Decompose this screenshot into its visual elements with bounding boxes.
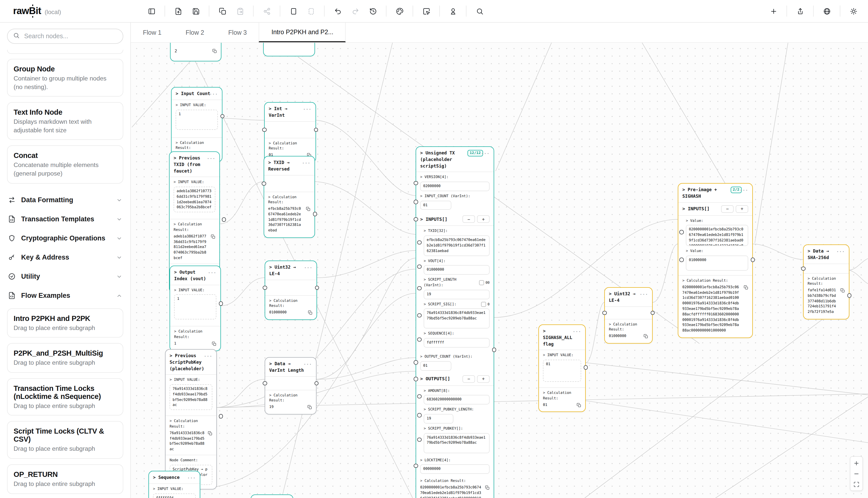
node-clipped-top-left[interactable]: 2: [170, 43, 221, 61]
node-menu-button[interactable]: ...: [573, 327, 581, 334]
output-port[interactable]: [220, 114, 224, 118]
field-input[interactable]: 19: [424, 414, 453, 423]
field-input[interactable]: 76a914333d1836c8f4db933eae179bd5bf5ec920…: [170, 384, 212, 410]
node-data-sha256d[interactable]: > Data → SHA-256d...> Calculation Result…: [803, 245, 850, 319]
remove-item-button[interactable]: −: [463, 215, 475, 223]
flow-canvas[interactable]: 2> Input Count...> INPUT VALUE:1> Calcul…: [131, 43, 868, 498]
sun-button[interactable]: [847, 4, 860, 17]
user-location-button[interactable]: [446, 4, 459, 17]
output-port[interactable]: [313, 212, 317, 216]
copy-button[interactable]: [485, 485, 490, 490]
card-p2pk-p2sh-multisig[interactable]: P2PK_and_P2SH_MultiSig Drag to place ent…: [7, 343, 123, 372]
remove-item-button[interactable]: −: [721, 205, 734, 212]
card-op-return[interactable]: OP_RETURN Drag to place entire subgraph: [7, 464, 123, 494]
copy-button[interactable]: [306, 207, 310, 211]
node-menu-button[interactable]: ...: [302, 159, 310, 165]
zoom-out-button[interactable]: [851, 468, 862, 479]
node-menu-button[interactable]: ...: [204, 352, 212, 358]
search-input[interactable]: [23, 32, 117, 40]
output-port[interactable]: [751, 258, 755, 262]
field-input[interactable]: 6836020000000000: [424, 395, 490, 405]
input-port[interactable]: [417, 437, 422, 442]
output-port[interactable]: [219, 414, 223, 418]
copy-button[interactable]: [212, 49, 217, 53]
node-output-index[interactable]: > Output Index (vout)...> INPUT VALUE:1>…: [170, 266, 221, 351]
copy-button[interactable]: [212, 342, 216, 346]
field-input[interactable]: 01: [420, 361, 451, 371]
input-port[interactable]: [679, 230, 684, 234]
card-intro-p2pkh-p2pk[interactable]: Intro P2PKH and P2PK Drag to place entir…: [7, 308, 123, 338]
frame-button[interactable]: [287, 4, 300, 17]
add-item-button[interactable]: +: [477, 375, 490, 382]
field-input[interactable]: 01: [420, 200, 451, 210]
output-port[interactable]: [583, 365, 588, 369]
input-port[interactable]: [414, 217, 418, 222]
copy-button[interactable]: [744, 285, 748, 290]
add-item-button[interactable]: +: [477, 215, 490, 223]
node-menu-button[interactable]: ...: [304, 264, 312, 270]
node-menu-button[interactable]: ...: [303, 360, 312, 366]
node-input-count[interactable]: > Input Count...> INPUT VALUE:1> Calcula…: [171, 87, 222, 162]
field-input[interactable]: 01000000: [424, 265, 490, 275]
tab-intro-p2pkh[interactable]: Intro P2PKH and P2...: [259, 23, 346, 42]
copy-button[interactable]: [208, 431, 212, 436]
card-concat[interactable]: Concat Concatenate multiple elements (ge…: [7, 146, 123, 183]
sidebar-item-key-address[interactable]: Key & Address: [3, 248, 127, 267]
card-text-info-node[interactable]: Text Info Node Displays markdown text wi…: [7, 102, 123, 140]
copy-button[interactable]: [308, 405, 312, 409]
copy-button[interactable]: [576, 403, 581, 407]
node-clipped-top-mid[interactable]: [263, 43, 315, 56]
input-port[interactable]: [417, 337, 422, 342]
field-input[interactable]: 01: [543, 360, 581, 382]
node-prev-scriptpubkey[interactable]: > Previous ScriptPubKey (placeholder)...…: [165, 349, 217, 489]
tab-flow-2[interactable]: Flow 2: [173, 23, 216, 42]
node-menu-button[interactable]: ...: [187, 474, 196, 480]
node-clipped-bottom-mid[interactable]: [250, 495, 293, 498]
sidebar-item-cryptographic-operations[interactable]: Cryptographic Operations: [3, 228, 127, 248]
node-sequence[interactable]: > Sequence...> INPUT VALUE:fffffffd: [148, 471, 200, 498]
field-input[interactable]: 00000000: [420, 464, 490, 474]
output-port[interactable]: [492, 348, 496, 352]
input-port[interactable]: [263, 286, 267, 290]
input-port[interactable]: [417, 286, 422, 290]
node-menu-button[interactable]: ...: [209, 90, 218, 96]
panel-left-button[interactable]: [145, 4, 158, 17]
history-button[interactable]: [366, 4, 379, 17]
node-unsigned-tx[interactable]: > Unsigned TX (placeholder scriptSig)12/…: [416, 146, 494, 498]
zoom-in-button[interactable]: [851, 458, 862, 468]
node-menu-button[interactable]: ...: [208, 268, 216, 275]
search-button[interactable]: [473, 4, 486, 17]
share-button[interactable]: [260, 4, 273, 17]
palette-button[interactable]: [393, 4, 406, 17]
node-uint32-le4[interactable]: > Uint32 → LE-4...> Calculation Result:0…: [265, 261, 317, 320]
field-input[interactable]: 02000000: [420, 182, 490, 191]
output-port[interactable]: [219, 302, 223, 306]
node-menu-button[interactable]: ...: [481, 149, 490, 156]
node-menu-button[interactable]: ...: [639, 290, 648, 297]
output-port[interactable]: [847, 293, 851, 298]
field-input[interactable]: 1: [174, 294, 216, 320]
frame-dashed-button[interactable]: [305, 4, 318, 17]
input-port[interactable]: [417, 240, 422, 245]
field-input[interactable]: 19: [424, 290, 490, 299]
sidebar-item-utility[interactable]: Utility: [3, 267, 127, 286]
field-input[interactable]: adeb1a3862f107736dd31c9fb179f9811d2eebed…: [173, 187, 215, 212]
tab-flow-1[interactable]: Flow 1: [131, 23, 173, 42]
field-input[interactable]: 1: [176, 109, 218, 130]
sidebar-item-transaction-templates[interactable]: Transaction Templates: [3, 210, 127, 228]
input-port[interactable]: [679, 258, 684, 262]
fit-view-button[interactable]: [851, 479, 862, 489]
remove-item-button[interactable]: −: [463, 375, 475, 382]
undo-button[interactable]: [331, 4, 344, 17]
clipboard-paste-button[interactable]: [233, 4, 247, 17]
save-button[interactable]: [189, 4, 202, 17]
copy-button[interactable]: [211, 234, 215, 239]
card-script-time-locks[interactable]: Script Time Locks (CLTV & CSV) Drag to p…: [7, 421, 123, 459]
file-import-button[interactable]: [172, 4, 185, 17]
field-input[interactable]: 0200000001efbcb8a25b793c067470ea61edeb2e…: [686, 225, 748, 246]
field-input[interactable]: 01000000: [686, 255, 748, 271]
input-port[interactable]: [417, 265, 422, 269]
output-port[interactable]: [315, 286, 319, 290]
cursor-click-button[interactable]: [420, 4, 433, 17]
input-port[interactable]: [263, 381, 267, 385]
